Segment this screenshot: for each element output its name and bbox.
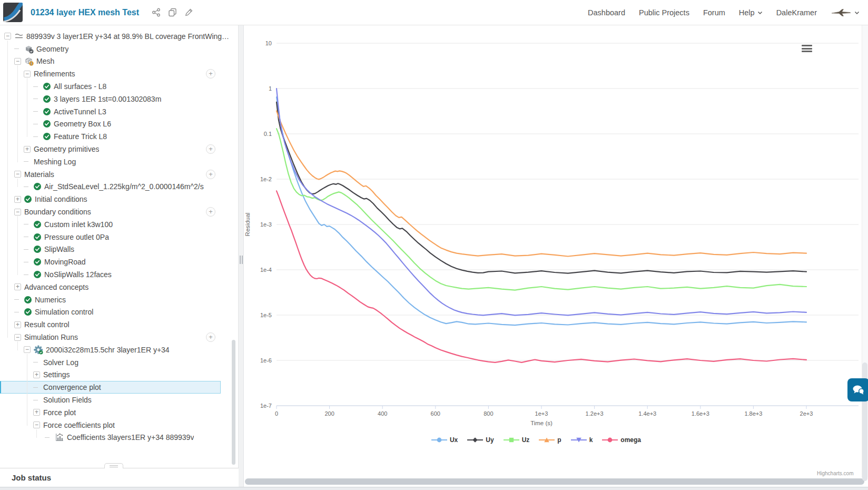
legend-item-p[interactable]: p <box>539 436 561 444</box>
collapse-toggle-icon[interactable]: − <box>14 58 21 65</box>
tree-row-boundary-conditions[interactable]: −Boundary conditions+ <box>0 205 230 218</box>
expand-toggle-icon[interactable]: + <box>33 371 40 378</box>
tree-row-label: SlipWalls <box>44 245 74 253</box>
collapse-toggle-icon[interactable]: − <box>24 71 31 77</box>
series-line-p[interactable] <box>277 111 806 257</box>
add-item-button[interactable]: + <box>206 207 215 217</box>
series-line-Uy[interactable] <box>277 102 806 273</box>
tree-row-activetunnel-l3[interactable]: ActiveTunnel L3 <box>0 105 230 118</box>
collapse-toggle-icon[interactable]: − <box>14 334 21 341</box>
expand-toggle-icon[interactable]: + <box>14 321 21 328</box>
collapse-toggle-icon[interactable]: − <box>24 346 31 353</box>
tree-vertical-scrollbar[interactable] <box>232 340 235 465</box>
bottom-strip <box>0 487 868 490</box>
tree-row-label: Coefficients 3layers1ER y+34 889939v <box>67 433 194 442</box>
check-circle-icon <box>24 195 32 203</box>
expand-toggle-icon[interactable]: + <box>33 409 40 416</box>
add-item-button[interactable]: + <box>206 170 215 179</box>
x-tick-label: 2e+3 <box>800 410 813 417</box>
tree-row-movingroad[interactable]: MovingRoad <box>0 256 230 268</box>
tree-connector-line <box>17 179 18 188</box>
tree-row-feature-trick-l8[interactable]: Feature Trick L8 <box>0 130 230 143</box>
tree-row-2000i32c28m15-5chr-3layer1er-y-34[interactable]: −2000i32c28m15.5chr 3layer1ER y+34 <box>0 344 230 356</box>
tree-row-force-plot[interactable]: +Force plot <box>0 406 230 419</box>
tree-row-3-layers-1er-1st-0-001302083m[interactable]: 3 layers 1ER 1st=0.001302083m <box>0 93 230 105</box>
tree-row-convergence-plot[interactable]: Convergence plot <box>0 381 221 394</box>
nav-item-dalekramer[interactable]: DaleKramer <box>776 8 817 17</box>
legend-item-omega[interactable]: omega <box>602 436 641 444</box>
simscale-logo[interactable] <box>3 3 23 22</box>
share-icon[interactable] <box>152 8 161 17</box>
legend-item-Ux[interactable]: Ux <box>431 436 458 444</box>
tree-row-custom-inlet-k3w100[interactable]: Custom inlet k3w100 <box>0 218 230 231</box>
series-line-omega[interactable] <box>277 191 806 362</box>
collapse-toggle-icon[interactable]: − <box>33 422 40 428</box>
nav-item-forum[interactable]: Forum <box>703 8 725 17</box>
nav-item-dashboard[interactable]: Dashboard <box>588 8 625 17</box>
legend-item-k[interactable]: k <box>571 436 593 444</box>
tree-row-noslipwalls-12faces[interactable]: NoSlipWalls 12faces <box>0 268 230 281</box>
tree-row-coefficients-3layers1er-y-34-889939v[interactable]: Coefficients 3layers1ER y+34 889939v <box>0 432 230 444</box>
splitter-drag-handle-icon[interactable] <box>240 256 243 264</box>
gear-run-icon <box>34 345 43 355</box>
tree-row-geometry-box-l6[interactable]: Geometry Box L6 <box>0 118 230 131</box>
tree-row-all-surfaces-l8[interactable]: All surfaces - L8 <box>0 80 230 93</box>
x-tick-label: 1e+3 <box>535 410 548 417</box>
chart-context-menu-icon[interactable] <box>802 45 812 52</box>
tree-row-889939v-3-layer1er-y-34-at-98-9-bl-cover[interactable]: −889939v 3 layer1ER y+34 at 98.9% BL cov… <box>0 30 230 43</box>
tree-row-advanced-concepts[interactable]: +Advanced concepts <box>0 281 230 293</box>
tree-row-numerics[interactable]: Numerics <box>0 293 230 306</box>
tree-row-force-coefficients-plot[interactable]: −Force coefficients plot <box>0 419 230 432</box>
nav-item-help[interactable]: Help <box>739 8 763 17</box>
expand-toggle-icon[interactable]: + <box>24 146 31 153</box>
tree-row-geometry-primitives[interactable]: +Geometry primitives+ <box>0 143 230 155</box>
tree-row-mesh[interactable]: −Mesh <box>0 55 230 68</box>
add-item-button[interactable]: + <box>206 69 215 79</box>
tree-row-solver-log[interactable]: Solver Log <box>0 356 230 369</box>
horizontal-scrollbar[interactable] <box>245 478 864 485</box>
tree-row-simulation-control[interactable]: Simulation control <box>0 306 230 319</box>
legend-item-Uz[interactable]: Uz <box>504 436 530 444</box>
check-circle-icon <box>43 120 51 128</box>
legend-item-Uy[interactable]: Uy <box>467 436 494 444</box>
nav-item-public-projects[interactable]: Public Projects <box>639 8 689 17</box>
tree-row-solution-fields[interactable]: Solution Fields <box>0 394 230 406</box>
tree-row-label: Refinements <box>34 70 75 78</box>
tree-row-refinements[interactable]: −Refinements+ <box>0 67 230 80</box>
series-line-k[interactable] <box>277 89 806 315</box>
tree-row-pressure-outlet-0pa[interactable]: Pressure outlet 0Pa <box>0 231 230 243</box>
collapse-toggle-icon[interactable]: − <box>4 33 11 40</box>
tree-row-slipwalls[interactable]: SlipWalls <box>0 243 230 256</box>
expand-toggle-icon[interactable]: + <box>14 283 21 290</box>
add-item-button[interactable]: + <box>206 332 215 342</box>
edit-pencil-icon[interactable] <box>184 8 193 17</box>
job-status-panel[interactable]: Job status <box>0 468 239 487</box>
job-status-drag-handle[interactable] <box>104 463 123 468</box>
tree-connector-line <box>27 354 27 426</box>
mesh-cube-icon <box>24 56 34 66</box>
expand-toggle-icon[interactable]: + <box>14 196 21 203</box>
tree-row-label: 3 layers 1ER 1st=0.001302083m <box>54 95 161 103</box>
tree-row-air-stdsealevel-1-225kg-m-2-0-0000146m-2[interactable]: Air_StdSeaLevel_1.225kg/m^2_0.0000146m^2… <box>0 181 230 193</box>
tree-row-result-control[interactable]: +Result control <box>0 318 230 331</box>
tree-row-initial-conditions[interactable]: +Initial conditions <box>0 193 230 205</box>
collapse-toggle-icon[interactable]: − <box>14 171 21 178</box>
tree-row-meshing-log[interactable]: Meshing Log <box>0 155 230 168</box>
tree-row-settings[interactable]: +Settings <box>0 369 230 381</box>
support-chat-button[interactable] <box>847 378 868 401</box>
series-line-Uz[interactable] <box>277 129 806 290</box>
tree-row-label: Air_StdSeaLevel_1.225kg/m^2_0.0000146m^2… <box>44 182 204 191</box>
panel-splitter[interactable] <box>238 25 244 487</box>
tree-row-geometry[interactable]: Geometry <box>0 43 230 55</box>
legend-label: p <box>557 436 561 444</box>
add-item-button[interactable]: + <box>206 144 215 154</box>
vertical-scrollbar-track[interactable] <box>862 25 868 477</box>
collapse-toggle-icon[interactable]: − <box>14 209 21 215</box>
copy-icon[interactable] <box>168 8 177 17</box>
user-avatar[interactable] <box>831 8 860 17</box>
check-circle-icon <box>34 246 41 253</box>
tree-branch-dash-icon <box>14 309 21 316</box>
tree-row-simulation-runs[interactable]: −Simulation Runs+ <box>0 331 230 344</box>
tree-row-materials[interactable]: −Materials+ <box>0 168 230 181</box>
series-line-Ux[interactable] <box>277 97 806 325</box>
